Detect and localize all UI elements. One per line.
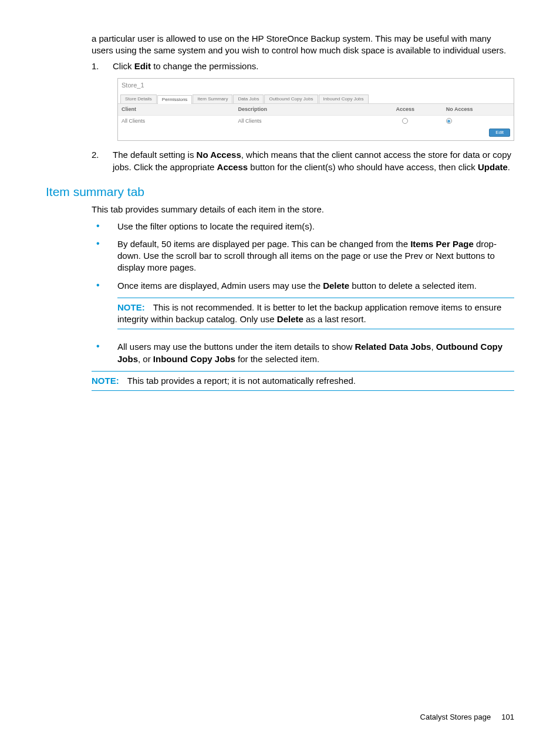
table-header: Client Description Access No Access [118,104,514,115]
note-box: NOTE:This tab provides a report; it is n… [92,371,514,391]
tab-inbound-copy-jobs[interactable]: Inbound Copy Jobs [319,94,369,104]
bullet-3: Once items are displayed, Admin users ma… [117,280,514,336]
note-text: This tab provides a report; it is not au… [127,376,356,386]
permissions-panel: Store_1 Store Details Permissions Item S… [117,78,514,141]
tab-data-jobs[interactable]: Data Jobs [233,94,264,104]
tab-permissions[interactable]: Permissions [157,95,193,104]
tab-outbound-copy-jobs[interactable]: Outbound Copy Jobs [264,94,318,104]
section-intro: This tab provides summary details of eac… [92,204,514,215]
header-no-access: No Access [440,106,516,113]
page-footer: Catalyst Stores page101 [420,712,514,723]
step-2-number: 2. [92,149,113,173]
footer-title: Catalyst Stores page [420,713,491,721]
intro-paragraph: a particular user is allowed to use on t… [92,33,514,57]
table-row: All Clients All Clients [118,116,514,126]
step-1-number: 1. [92,60,113,72]
panel-title: Store_1 [118,79,514,94]
edit-button[interactable]: Edit [489,129,510,137]
section-heading: Item summary tab [46,184,514,200]
header-client: Client [122,106,238,113]
step-1-text: Click Edit to change the permissions. [113,60,514,72]
radio-no-access[interactable] [446,118,452,124]
note-box: NOTE:This is not recommended. It is bett… [117,298,514,330]
bullet-4: All users may use the buttons under the … [117,341,514,365]
step-2-text: The default setting is No Access, which … [113,149,514,173]
panel-tabs: Store Details Permissions Item Summary D… [118,93,514,104]
footer-page-number: 101 [501,713,514,721]
bullet-1: Use the filter options to locate the req… [117,221,514,232]
cell-description: All Clients [238,117,370,124]
note-label: NOTE: [117,302,145,312]
note-label: NOTE: [92,376,119,386]
bullet-icon: • [92,341,117,365]
bullet-icon: • [92,221,117,232]
bullet-icon: • [92,280,117,336]
bullet-2: By default, 50 items are displayed per p… [117,238,514,274]
header-description: Description [238,106,370,113]
tab-item-summary[interactable]: Item Summary [193,94,232,104]
tab-store-details[interactable]: Store Details [120,94,157,104]
bullet-icon: • [92,238,117,274]
header-access: Access [370,106,440,113]
cell-client: All Clients [122,117,238,124]
radio-access[interactable] [402,118,408,124]
